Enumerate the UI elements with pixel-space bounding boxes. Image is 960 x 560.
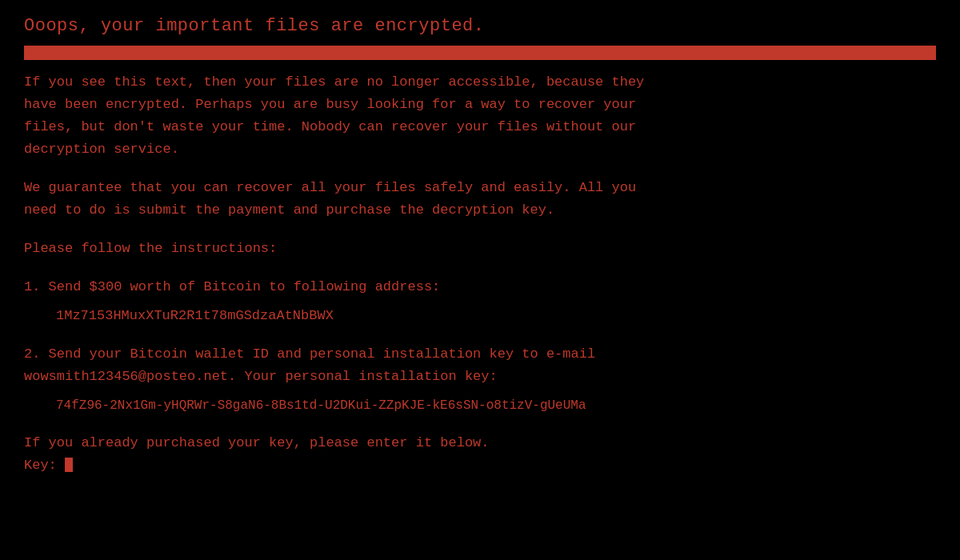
bitcoin-address: 1Mz7153HMuxXTuR2R1t78mGSdzaAtNbBWX bbox=[56, 305, 936, 327]
text-cursor bbox=[65, 458, 73, 472]
step-1-label: 1. Send $300 worth of Bitcoin to followi… bbox=[24, 279, 440, 294]
step-1: 1. Send $300 worth of Bitcoin to followi… bbox=[24, 276, 936, 327]
key-input-section: If you already purchased your key, pleas… bbox=[24, 432, 936, 477]
key-label: Key: bbox=[24, 458, 65, 473]
paragraph-1: If you see this text, then your files ar… bbox=[24, 71, 936, 161]
key-prompt: If you already purchased your key, pleas… bbox=[24, 435, 490, 450]
paragraph-1-text: If you see this text, then your files ar… bbox=[24, 74, 644, 157]
paragraph-2-text: We guarantee that you can recover all yo… bbox=[24, 180, 636, 218]
main-title: Ooops, your important files are encrypte… bbox=[24, 16, 936, 36]
instructions-label: Please follow the instructions: bbox=[24, 241, 277, 256]
instructions-header: Please follow the instructions: bbox=[24, 238, 936, 260]
step-2-label: 2. Send your Bitcoin wallet ID and perso… bbox=[24, 346, 595, 362]
red-divider bbox=[24, 46, 936, 60]
ransomware-screen: Ooops, your important files are encrypte… bbox=[0, 0, 960, 560]
step-2-email: wowsmith123456@posteo.net. Your personal… bbox=[24, 369, 498, 384]
paragraph-2: We guarantee that you can recover all yo… bbox=[24, 177, 936, 222]
content-area: If you see this text, then your files ar… bbox=[24, 71, 936, 477]
step-2: 2. Send your Bitcoin wallet ID and perso… bbox=[24, 343, 936, 415]
personal-key: 74fZ96-2Nx1Gm-yHQRWr-S8gaN6-8Bs1td-U2DKu… bbox=[56, 395, 936, 416]
